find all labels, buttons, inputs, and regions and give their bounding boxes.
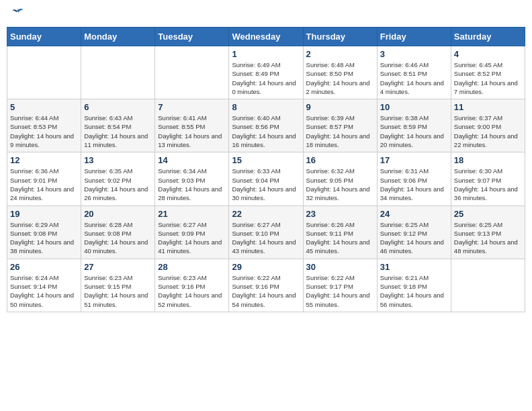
day-number: 20 bbox=[84, 209, 152, 219]
day-number: 5 bbox=[10, 102, 78, 112]
day-info: Sunrise: 6:39 AM Sunset: 8:57 PM Dayligh… bbox=[306, 113, 374, 149]
day-number: 22 bbox=[232, 209, 300, 219]
calendar-cell: 27Sunrise: 6:23 AM Sunset: 9:15 PM Dayli… bbox=[81, 259, 155, 312]
day-info: Sunrise: 6:25 AM Sunset: 9:13 PM Dayligh… bbox=[454, 220, 522, 256]
calendar-cell: 30Sunrise: 6:22 AM Sunset: 9:17 PM Dayli… bbox=[303, 259, 377, 312]
calendar-table: SundayMondayTuesdayWednesdayThursdayFrid… bbox=[7, 27, 525, 312]
day-number: 31 bbox=[380, 262, 448, 272]
day-number: 25 bbox=[454, 209, 522, 219]
day-info: Sunrise: 6:32 AM Sunset: 9:05 PM Dayligh… bbox=[306, 167, 374, 202]
calendar-cell: 7Sunrise: 6:41 AM Sunset: 8:55 PM Daylig… bbox=[155, 99, 229, 152]
day-info: Sunrise: 6:48 AM Sunset: 8:50 PM Dayligh… bbox=[306, 60, 374, 96]
weekday-header-sunday: Sunday bbox=[7, 28, 81, 46]
day-number: 19 bbox=[10, 209, 78, 219]
calendar-cell: 1Sunrise: 6:49 AM Sunset: 8:49 PM Daylig… bbox=[229, 46, 303, 99]
day-info: Sunrise: 6:22 AM Sunset: 9:17 PM Dayligh… bbox=[306, 273, 374, 309]
day-info: Sunrise: 6:23 AM Sunset: 9:15 PM Dayligh… bbox=[84, 273, 152, 309]
day-number: 11 bbox=[454, 102, 522, 112]
weekday-header-friday: Friday bbox=[377, 28, 451, 46]
day-number: 30 bbox=[306, 262, 374, 272]
calendar-cell: 18Sunrise: 6:30 AM Sunset: 9:07 PM Dayli… bbox=[451, 152, 525, 205]
day-number: 18 bbox=[454, 155, 522, 165]
calendar-cell: 10Sunrise: 6:38 AM Sunset: 8:59 PM Dayli… bbox=[377, 99, 451, 152]
calendar-cell bbox=[7, 46, 81, 99]
calendar-cell: 8Sunrise: 6:40 AM Sunset: 8:56 PM Daylig… bbox=[229, 99, 303, 152]
day-number: 17 bbox=[380, 155, 448, 165]
calendar-cell: 19Sunrise: 6:29 AM Sunset: 9:08 PM Dayli… bbox=[7, 205, 81, 259]
day-info: Sunrise: 6:30 AM Sunset: 9:07 PM Dayligh… bbox=[454, 167, 522, 202]
day-info: Sunrise: 6:41 AM Sunset: 8:55 PM Dayligh… bbox=[158, 113, 226, 149]
calendar-cell: 17Sunrise: 6:31 AM Sunset: 9:06 PM Dayli… bbox=[377, 152, 451, 205]
calendar-cell: 26Sunrise: 6:24 AM Sunset: 9:14 PM Dayli… bbox=[7, 259, 81, 312]
calendar-cell: 2Sunrise: 6:48 AM Sunset: 8:50 PM Daylig… bbox=[303, 46, 377, 99]
day-number: 29 bbox=[232, 262, 300, 272]
day-info: Sunrise: 6:33 AM Sunset: 9:04 PM Dayligh… bbox=[232, 167, 300, 202]
calendar-cell: 23Sunrise: 6:26 AM Sunset: 9:11 PM Dayli… bbox=[303, 205, 377, 259]
calendar-cell bbox=[155, 46, 229, 99]
day-info: Sunrise: 6:46 AM Sunset: 8:51 PM Dayligh… bbox=[380, 60, 448, 96]
day-number: 23 bbox=[306, 209, 374, 219]
weekday-header-wednesday: Wednesday bbox=[229, 28, 303, 46]
calendar-cell: 9Sunrise: 6:39 AM Sunset: 8:57 PM Daylig… bbox=[303, 99, 377, 152]
calendar-cell: 29Sunrise: 6:22 AM Sunset: 9:16 PM Dayli… bbox=[229, 259, 303, 312]
day-number: 7 bbox=[158, 102, 226, 112]
day-number: 3 bbox=[380, 49, 448, 59]
calendar-cell: 15Sunrise: 6:33 AM Sunset: 9:04 PM Dayli… bbox=[229, 152, 303, 205]
day-info: Sunrise: 6:34 AM Sunset: 9:03 PM Dayligh… bbox=[158, 167, 226, 202]
calendar-cell bbox=[451, 259, 525, 312]
calendar-cell: 24Sunrise: 6:25 AM Sunset: 9:12 PM Dayli… bbox=[377, 205, 451, 259]
day-info: Sunrise: 6:28 AM Sunset: 9:08 PM Dayligh… bbox=[84, 220, 152, 256]
calendar-week-row: 12Sunrise: 6:36 AM Sunset: 9:01 PM Dayli… bbox=[7, 152, 525, 205]
calendar-cell: 6Sunrise: 6:43 AM Sunset: 8:54 PM Daylig… bbox=[81, 99, 155, 152]
day-number: 10 bbox=[380, 102, 448, 112]
day-number: 24 bbox=[380, 209, 448, 219]
day-number: 13 bbox=[84, 155, 152, 165]
day-number: 2 bbox=[306, 49, 374, 59]
weekday-header-monday: Monday bbox=[81, 28, 155, 46]
day-info: Sunrise: 6:25 AM Sunset: 9:12 PM Dayligh… bbox=[380, 220, 448, 256]
day-info: Sunrise: 6:26 AM Sunset: 9:11 PM Dayligh… bbox=[306, 220, 374, 256]
day-info: Sunrise: 6:23 AM Sunset: 9:16 PM Dayligh… bbox=[158, 273, 226, 309]
weekday-header-saturday: Saturday bbox=[451, 28, 525, 46]
day-info: Sunrise: 6:40 AM Sunset: 8:56 PM Dayligh… bbox=[232, 113, 300, 149]
day-info: Sunrise: 6:29 AM Sunset: 9:08 PM Dayligh… bbox=[10, 220, 78, 256]
day-number: 26 bbox=[10, 262, 78, 272]
day-info: Sunrise: 6:43 AM Sunset: 8:54 PM Dayligh… bbox=[84, 113, 152, 149]
calendar-cell: 11Sunrise: 6:37 AM Sunset: 9:00 PM Dayli… bbox=[451, 99, 525, 152]
calendar-cell: 4Sunrise: 6:45 AM Sunset: 8:52 PM Daylig… bbox=[451, 46, 525, 99]
day-number: 4 bbox=[454, 49, 522, 59]
weekday-header-thursday: Thursday bbox=[303, 28, 377, 46]
day-info: Sunrise: 6:27 AM Sunset: 9:09 PM Dayligh… bbox=[158, 220, 226, 256]
calendar-cell: 3Sunrise: 6:46 AM Sunset: 8:51 PM Daylig… bbox=[377, 46, 451, 99]
day-number: 27 bbox=[84, 262, 152, 272]
calendar-cell: 22Sunrise: 6:27 AM Sunset: 9:10 PM Dayli… bbox=[229, 205, 303, 259]
day-info: Sunrise: 6:45 AM Sunset: 8:52 PM Dayligh… bbox=[454, 60, 522, 96]
weekday-header-tuesday: Tuesday bbox=[155, 28, 229, 46]
calendar-cell: 21Sunrise: 6:27 AM Sunset: 9:09 PM Dayli… bbox=[155, 205, 229, 259]
calendar-cell: 16Sunrise: 6:32 AM Sunset: 9:05 PM Dayli… bbox=[303, 152, 377, 205]
day-number: 12 bbox=[10, 155, 78, 165]
day-number: 21 bbox=[158, 209, 226, 219]
logo bbox=[9, 7, 27, 21]
day-number: 15 bbox=[232, 155, 300, 165]
calendar-cell: 13Sunrise: 6:35 AM Sunset: 9:02 PM Dayli… bbox=[81, 152, 155, 205]
day-info: Sunrise: 6:24 AM Sunset: 9:14 PM Dayligh… bbox=[10, 273, 78, 309]
calendar-cell: 25Sunrise: 6:25 AM Sunset: 9:13 PM Dayli… bbox=[451, 205, 525, 259]
day-info: Sunrise: 6:21 AM Sunset: 9:18 PM Dayligh… bbox=[380, 273, 448, 309]
calendar-cell: 28Sunrise: 6:23 AM Sunset: 9:16 PM Dayli… bbox=[155, 259, 229, 312]
calendar-week-row: 1Sunrise: 6:49 AM Sunset: 8:49 PM Daylig… bbox=[7, 46, 525, 99]
calendar-cell: 14Sunrise: 6:34 AM Sunset: 9:03 PM Dayli… bbox=[155, 152, 229, 205]
calendar-week-row: 5Sunrise: 6:44 AM Sunset: 8:53 PM Daylig… bbox=[7, 99, 525, 152]
day-number: 1 bbox=[232, 49, 300, 59]
page-header bbox=[7, 7, 525, 21]
day-info: Sunrise: 6:37 AM Sunset: 9:00 PM Dayligh… bbox=[454, 113, 522, 149]
calendar-week-row: 26Sunrise: 6:24 AM Sunset: 9:14 PM Dayli… bbox=[7, 259, 525, 312]
day-info: Sunrise: 6:49 AM Sunset: 8:49 PM Dayligh… bbox=[232, 60, 300, 96]
day-info: Sunrise: 6:38 AM Sunset: 8:59 PM Dayligh… bbox=[380, 113, 448, 149]
day-info: Sunrise: 6:35 AM Sunset: 9:02 PM Dayligh… bbox=[84, 167, 152, 202]
day-number: 9 bbox=[306, 102, 374, 112]
day-info: Sunrise: 6:44 AM Sunset: 8:53 PM Dayligh… bbox=[10, 113, 78, 149]
logo-icon bbox=[9, 7, 24, 21]
calendar-cell: 5Sunrise: 6:44 AM Sunset: 8:53 PM Daylig… bbox=[7, 99, 81, 152]
day-info: Sunrise: 6:36 AM Sunset: 9:01 PM Dayligh… bbox=[10, 167, 78, 202]
